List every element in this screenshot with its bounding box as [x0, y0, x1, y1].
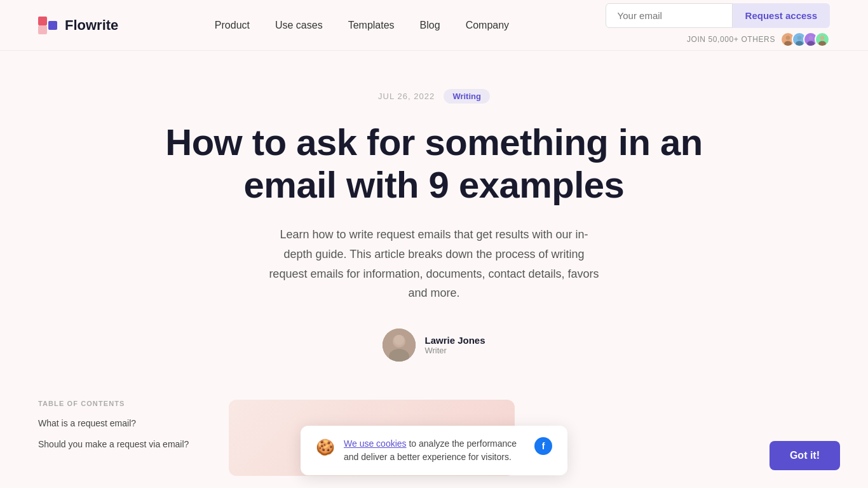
email-input[interactable]	[606, 3, 733, 28]
nav-right: Request access JOIN 50,000+ OTHERS	[606, 3, 830, 47]
nav-links: Product Use cases Templates Blog Company	[215, 20, 509, 31]
svg-rect-0	[38, 17, 47, 25]
flowrite-logo-icon	[38, 17, 58, 34]
svg-rect-1	[38, 25, 47, 34]
article-subtitle: Learn how to write request emails that g…	[269, 225, 599, 302]
author-avatar	[383, 329, 416, 362]
author-avatar-image	[383, 329, 416, 362]
author-row: Lawrie Jones Writer	[383, 329, 485, 362]
author-info: Lawrie Jones Writer	[424, 335, 485, 355]
svg-point-6	[796, 41, 803, 46]
toc-item-2[interactable]: Should you make a request via email?	[38, 438, 203, 451]
nav-blog[interactable]: Blog	[420, 20, 440, 31]
svg-point-5	[797, 36, 802, 40]
svg-point-4	[784, 41, 792, 46]
nav-templates[interactable]: Templates	[348, 20, 395, 31]
cookie-banner: 🍪 We use cookies to analyze the performa…	[301, 426, 567, 475]
svg-point-10	[818, 41, 826, 46]
nav-use-cases[interactable]: Use cases	[275, 20, 323, 31]
join-text-row: JOIN 50,000+ OTHERS	[687, 32, 830, 47]
svg-point-14	[394, 335, 404, 345]
svg-point-8	[807, 41, 815, 46]
author-name: Lawrie Jones	[424, 335, 485, 346]
nav-product[interactable]: Product	[215, 20, 250, 31]
nav-company[interactable]: Company	[466, 20, 509, 31]
svg-point-9	[820, 36, 825, 40]
author-role: Writer	[424, 346, 485, 355]
cookie-link[interactable]: We use cookies	[344, 438, 407, 449]
cookie-icon: 🍪	[316, 438, 335, 456]
join-text-label: JOIN 50,000+ OTHERS	[687, 35, 775, 44]
toc-sidebar: TABLE OF CONTENTS What is a request emai…	[38, 400, 203, 476]
post-date: JUL 26, 2022	[378, 92, 435, 101]
brand-name: Flowrite	[65, 17, 118, 34]
toc-item-1[interactable]: What is a request email?	[38, 417, 203, 430]
svg-rect-2	[48, 21, 57, 30]
logo[interactable]: Flowrite	[38, 17, 118, 34]
toc-heading: TABLE OF CONTENTS	[38, 400, 203, 407]
avatar-4	[815, 32, 830, 47]
svg-point-7	[809, 36, 813, 40]
hero-section: JUL 26, 2022 Writing How to ask for some…	[0, 51, 868, 387]
facebook-icon[interactable]: f	[534, 437, 552, 455]
signup-form: Request access	[606, 3, 830, 28]
request-access-button[interactable]: Request access	[733, 3, 830, 28]
article-title: How to ask for something in an email wit…	[158, 121, 710, 206]
cookie-social: f	[534, 437, 552, 455]
date-badge-row: JUL 26, 2022 Writing	[378, 89, 490, 104]
svg-point-3	[786, 36, 790, 40]
category-badge[interactable]: Writing	[444, 89, 490, 104]
cookie-text: We use cookies to analyze the performanc…	[344, 437, 520, 464]
got-it-button[interactable]: Got it!	[770, 441, 840, 470]
navbar: Flowrite Product Use cases Templates Blo…	[0, 0, 868, 51]
avatar-group	[780, 32, 830, 47]
